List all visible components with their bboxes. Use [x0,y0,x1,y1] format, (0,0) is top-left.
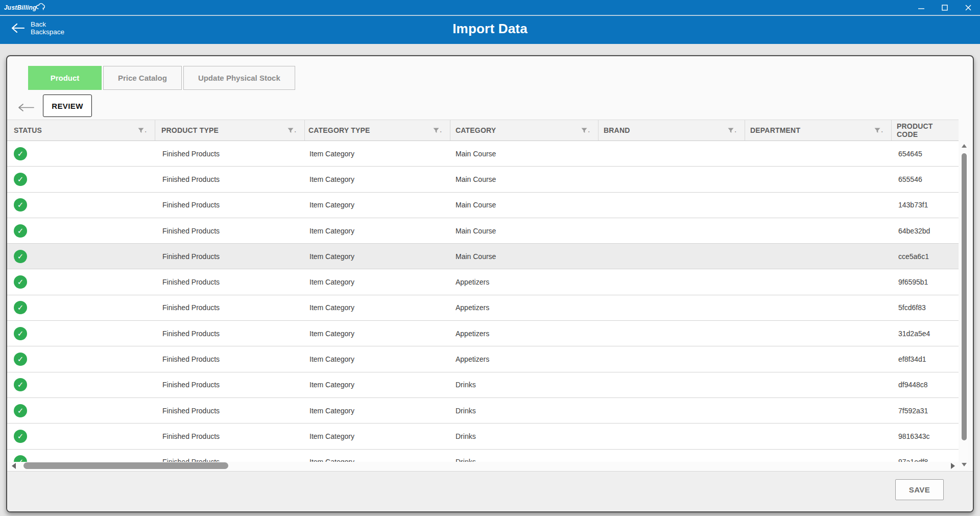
table-row[interactable]: ✓Finished ProductsItem CategoryMain Cour… [7,193,959,218]
cell-product-type: Finished Products [155,381,305,389]
table-row[interactable]: ✓Finished ProductsItem CategoryMain Cour… [7,141,959,167]
column-header-product-code[interactable]: PRODUCT CODE [892,120,959,140]
filter-dot: . [294,128,296,133]
table-row[interactable]: ✓Finished ProductsItem CategoryMain Cour… [7,244,959,269]
success-check-icon: ✓ [14,173,27,186]
filter-button[interactable]: . [138,128,147,133]
success-check-icon: ✓ [14,198,27,212]
scroll-right-icon[interactable] [951,463,955,469]
column-header-category-type[interactable]: CATEGORY TYPE. [305,120,450,140]
tab-update-physical-stock[interactable]: Update Physical Stock [183,66,295,90]
success-check-icon: ✓ [14,301,27,314]
table-row[interactable]: ✓Finished ProductsItem CategoryDrinks7f5… [7,398,959,424]
filter-button[interactable]: . [874,128,883,133]
table-row[interactable]: ✓Finished ProductsItem CategoryMain Cour… [7,167,959,192]
status-cell: ✓ [7,378,155,391]
minimize-button[interactable] [910,0,933,15]
table-row[interactable]: ✓Finished ProductsItem CategoryDrinksdf9… [7,372,959,398]
cell-product-type: Finished Products [155,201,305,209]
status-cell: ✓ [7,404,155,417]
scroll-down-icon[interactable] [962,463,967,466]
cell-product-type: Finished Products [155,175,305,183]
success-check-icon: ✓ [14,147,27,160]
table-row[interactable]: ✓Finished ProductsItem CategoryAppetizer… [7,346,959,372]
cell-category-type: Item Category [305,432,450,440]
table-row[interactable]: ✓Finished ProductsItem CategoryMain Cour… [7,218,959,244]
column-header-category[interactable]: CATEGORY. [450,120,599,140]
filter-button[interactable]: . [728,128,736,133]
filter-button[interactable]: . [581,128,590,133]
cell-category-type: Item Category [305,330,450,338]
filter-icon [138,128,144,133]
table-row[interactable]: ✓Finished ProductsItem CategoryAppetizer… [7,321,959,346]
filter-dot: . [734,128,736,133]
maximize-button[interactable] [933,0,957,15]
cell-category-type: Item Category [305,458,450,462]
column-header-product-type[interactable]: PRODUCT TYPE. [155,120,305,140]
cell-product-type: Finished Products [155,227,305,235]
grid-back-arrow-icon [18,103,34,112]
status-cell: ✓ [7,224,155,238]
cell-product-code: 654645 [892,150,959,158]
filter-icon [581,128,587,133]
cell-product-code: 64be32bd [892,227,959,235]
save-button[interactable]: SAVE [895,479,944,500]
scroll-up-icon[interactable] [962,144,967,148]
status-cell: ✓ [7,430,155,443]
column-header-label: DEPARTMENT [750,126,800,134]
table-row[interactable]: ✓Finished ProductsItem CategoryDrinks97a… [7,450,959,462]
status-cell: ✓ [7,198,155,212]
cell-category: Main Course [450,175,599,183]
vertical-scrollbar-thumb[interactable] [962,153,967,440]
close-icon [965,5,971,11]
tab-product[interactable]: Product [28,66,102,90]
card-footer: SAVE [7,471,973,512]
minimize-icon [918,5,924,11]
filter-button[interactable]: . [288,128,296,133]
column-header-label: PRODUCT CODE [897,122,950,138]
filter-dot: . [588,128,590,133]
column-header-status[interactable]: STATUS. [7,120,155,140]
cell-product-code: ef8f34d1 [892,355,959,363]
filter-dot: . [145,128,147,133]
window-title-bar: JustBilling [0,0,980,15]
cell-product-type: Finished Products [155,407,305,415]
cell-category-type: Item Category [305,252,450,261]
close-button[interactable] [957,0,980,15]
cell-product-type: Finished Products [155,303,305,312]
filter-button[interactable]: . [433,128,442,133]
status-cell: ✓ [7,455,155,462]
table-row[interactable]: ✓Finished ProductsItem CategoryDrinks981… [7,424,959,449]
tab-strip: ProductPrice CatalogUpdate Physical Stoc… [28,66,295,90]
column-header-label: CATEGORY TYPE [308,126,370,134]
success-check-icon: ✓ [14,455,27,462]
grid-back-button[interactable] [18,103,34,114]
cell-product-code: 143b73f1 [892,201,959,209]
tab-price-catalog[interactable]: Price Catalog [103,66,182,90]
table-row[interactable]: ✓Finished ProductsItem CategoryAppetizer… [7,295,959,321]
status-cell: ✓ [7,173,155,186]
cell-product-type: Finished Products [155,330,305,338]
cell-category-type: Item Category [305,201,450,209]
horizontal-scrollbar[interactable] [7,462,959,470]
cell-product-type: Finished Products [155,458,305,462]
cell-category-type: Item Category [305,381,450,389]
column-header-department[interactable]: DEPARTMENT. [745,120,892,140]
table-row[interactable]: ✓Finished ProductsItem CategoryAppetizer… [7,269,959,295]
cell-category-type: Item Category [305,407,450,415]
cell-product-code: 5fcd6f83 [892,303,959,312]
cell-category: Appetizers [450,355,599,363]
vertical-scrollbar[interactable] [960,141,968,470]
cell-product-code: 655546 [892,175,959,183]
column-header-brand[interactable]: BRAND. [599,120,745,140]
column-header-label: BRAND [604,126,630,134]
column-header-label: CATEGORY [456,126,496,134]
table-header-row: STATUS.PRODUCT TYPE.CATEGORY TYPE.CATEGO… [7,120,959,141]
scroll-left-icon[interactable] [12,463,16,469]
cell-category: Appetizers [450,278,599,286]
review-button[interactable]: REVIEW [43,95,92,117]
cell-product-code: 31d2a5e4 [892,330,959,338]
cell-category: Drinks [450,432,599,440]
horizontal-scrollbar-thumb[interactable] [23,462,228,469]
filter-icon [288,128,294,133]
